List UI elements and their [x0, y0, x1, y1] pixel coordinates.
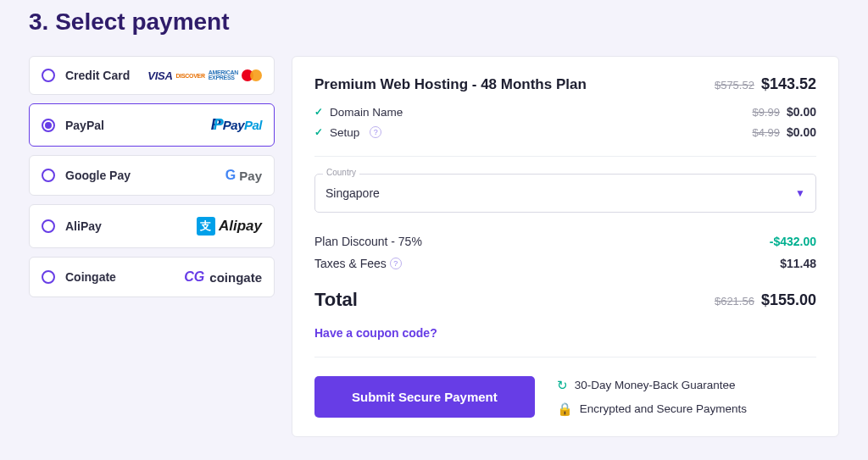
lock-icon: 🔒 — [557, 402, 573, 417]
total-price: $155.00 — [761, 291, 816, 309]
assurance-secure: 🔒 Encrypted and Secure Payments — [557, 402, 747, 417]
credit-card-logos: VISA DISCOVER AMERICANEXPRESS — [147, 69, 262, 82]
feature-original-price: $4.99 — [752, 126, 780, 139]
submit-payment-button[interactable]: Submit Secure Payment — [314, 376, 535, 418]
payment-option-credit-card[interactable]: Credit Card VISA DISCOVER AMERICANEXPRES… — [29, 56, 275, 95]
feature-label: Domain Name — [330, 106, 403, 119]
help-icon[interactable]: ? — [370, 126, 381, 138]
payment-option-label: Google Pay — [65, 169, 131, 182]
assurance-text: 30-Day Money-Back Guarantee — [575, 379, 736, 391]
payment-option-alipay[interactable]: AliPay 支 Alipay — [29, 204, 275, 248]
check-icon: ✓ — [314, 126, 323, 138]
country-value: Singapore — [326, 186, 380, 200]
help-icon[interactable]: ? — [390, 258, 402, 269]
taxes-value: $11.48 — [780, 257, 816, 270]
payment-option-label: AliPay — [65, 219, 102, 233]
google-pay-icon: G Pay — [225, 168, 262, 183]
radio-icon — [42, 69, 55, 82]
radio-icon — [42, 169, 55, 182]
divider — [314, 357, 816, 357]
discount-value: -$432.00 — [770, 235, 816, 248]
amex-icon: AMERICANEXPRESS — [209, 70, 238, 81]
visa-icon: VISA — [147, 69, 172, 82]
plan-original-price: $575.52 — [715, 79, 754, 91]
payment-option-paypal[interactable]: PayPal P PayPal — [29, 103, 275, 147]
radio-checked-icon — [42, 119, 55, 132]
feature-row: ✓ Domain Name $9.99 $0.00 — [314, 105, 816, 119]
order-summary: Premium Web Hosting - 48 Months Plan $57… — [292, 56, 839, 437]
taxes-label: Taxes & Fees — [314, 257, 387, 270]
payment-option-label: PayPal — [65, 119, 104, 132]
assurance-moneyback: ↻ 30-Day Money-Back Guarantee — [557, 378, 747, 393]
payment-option-label: Credit Card — [65, 69, 130, 82]
coupon-link[interactable]: Have a coupon code? — [314, 326, 816, 340]
payment-option-coingate[interactable]: Coingate CG coingate — [29, 257, 275, 297]
country-select[interactable]: Singapore ▼ — [314, 174, 816, 213]
plan-title: Premium Web Hosting - 48 Months Plan — [314, 76, 587, 93]
chevron-down-icon: ▼ — [795, 187, 805, 199]
discount-label: Plan Discount - 75% — [314, 235, 422, 248]
radio-icon — [42, 219, 55, 233]
payment-option-label: Coingate — [65, 270, 116, 284]
feature-price: $0.00 — [787, 105, 816, 119]
payment-option-list: Credit Card VISA DISCOVER AMERICANEXPRES… — [29, 56, 275, 297]
mastercard-icon — [242, 69, 262, 82]
refresh-icon: ↻ — [557, 378, 568, 393]
alipay-icon: 支 Alipay — [197, 217, 262, 236]
payment-option-google-pay[interactable]: Google Pay G Pay — [29, 155, 275, 196]
radio-icon — [42, 270, 55, 284]
coingate-icon: CG coingate — [184, 269, 262, 285]
total-original-price: $621.56 — [715, 295, 754, 308]
feature-price: $0.00 — [787, 125, 816, 139]
step-title: 3. Select payment — [29, 8, 839, 36]
discover-icon: DISCOVER — [176, 73, 205, 79]
check-icon: ✓ — [314, 106, 323, 118]
country-field-label: Country — [323, 168, 359, 177]
feature-label: Setup — [330, 126, 359, 139]
feature-original-price: $9.99 — [752, 106, 780, 119]
plan-price: $143.52 — [761, 75, 816, 93]
paypal-icon: P PayPal — [211, 116, 262, 134]
divider — [314, 156, 816, 157]
total-label: Total — [314, 289, 358, 311]
feature-row: ✓ Setup ? $4.99 $0.00 — [314, 125, 816, 139]
assurance-text: Encrypted and Secure Payments — [580, 402, 747, 415]
